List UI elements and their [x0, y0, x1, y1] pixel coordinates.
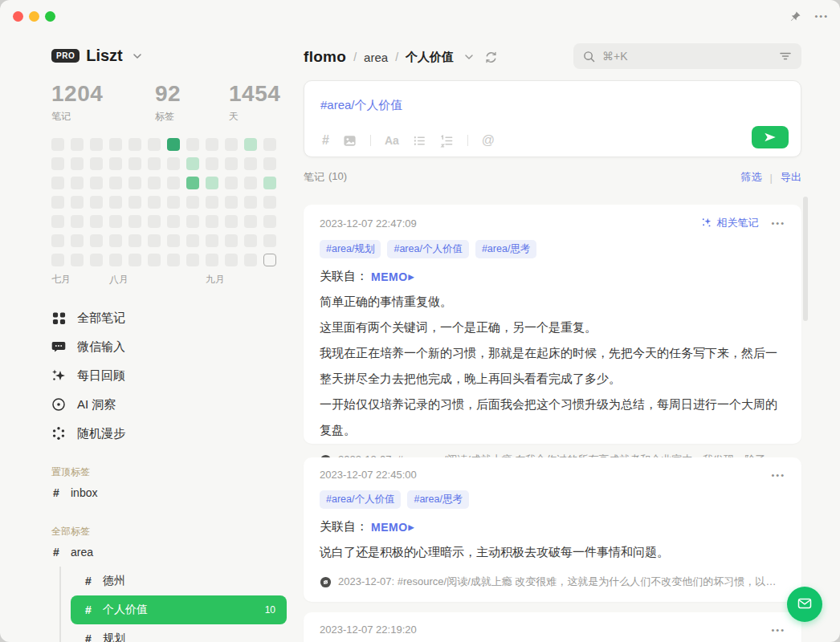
- heatmap-cell[interactable]: [71, 234, 84, 247]
- mention-icon[interactable]: @: [482, 133, 495, 148]
- heatmap-cell[interactable]: [109, 234, 122, 247]
- note-tag-pill[interactable]: #area/个人价值: [387, 240, 468, 258]
- heatmap-cell[interactable]: [225, 157, 238, 170]
- heatmap-cell[interactable]: [128, 138, 141, 151]
- sidebar-item-每日回顾[interactable]: 每日回顾: [51, 361, 292, 390]
- format-icon[interactable]: Aa: [385, 134, 399, 147]
- note-more-icon[interactable]: •••: [771, 218, 785, 228]
- heatmap-cell[interactable]: [90, 177, 103, 189]
- heatmap-cell[interactable]: [244, 177, 257, 189]
- heatmap-cell[interactable]: [206, 196, 218, 209]
- tag-item-德州[interactable]: #德州: [71, 567, 287, 595]
- heatmap-cell[interactable]: [167, 215, 180, 228]
- heatmap-cell[interactable]: [148, 254, 161, 266]
- heatmap-cell[interactable]: [206, 177, 218, 189]
- image-icon[interactable]: [343, 134, 357, 148]
- heatmap-cell[interactable]: [128, 157, 141, 170]
- heatmap-cell[interactable]: [51, 177, 64, 189]
- heatmap-cell[interactable]: [225, 215, 238, 228]
- feedback-fab[interactable]: [787, 587, 822, 622]
- heatmap-cell[interactable]: [244, 157, 257, 170]
- heatmap-cell[interactable]: [71, 157, 84, 170]
- heatmap-cell[interactable]: [90, 234, 103, 247]
- heatmap-cell[interactable]: [225, 138, 238, 151]
- heatmap-cell[interactable]: [167, 234, 180, 247]
- note-tag-pill[interactable]: #area/思考: [407, 490, 468, 509]
- sidebar-item-全部笔记[interactable]: 全部笔记: [51, 303, 292, 332]
- heatmap-cell[interactable]: [51, 157, 64, 170]
- heatmap-cell[interactable]: [206, 234, 218, 247]
- heatmap-cell[interactable]: [244, 234, 257, 247]
- memo-link[interactable]: MEMO▶: [371, 270, 414, 283]
- heatmap-cell[interactable]: [90, 157, 103, 170]
- backlink-row[interactable]: 2023-12-07: #resource/阅读/成就上瘾 改变很难，这就是为什…: [320, 575, 785, 589]
- heatmap-cell[interactable]: [244, 254, 257, 266]
- heatmap-cell[interactable]: [148, 138, 161, 151]
- heatmap-cell[interactable]: [186, 138, 199, 151]
- heatmap-cell[interactable]: [71, 177, 84, 189]
- heatmap-cell[interactable]: [186, 196, 199, 209]
- scrollbar-thumb[interactable]: [803, 197, 808, 321]
- heatmap-cell[interactable]: [186, 157, 199, 170]
- heatmap-cell[interactable]: [109, 215, 122, 228]
- unordered-list-icon[interactable]: [413, 134, 426, 148]
- close-button[interactable]: [13, 11, 23, 22]
- heatmap-cell[interactable]: [225, 234, 238, 247]
- tag-item-个人价值[interactable]: #个人价值10: [71, 595, 287, 624]
- note-tag-pill[interactable]: #area/个人价值: [320, 490, 401, 509]
- heatmap-cell[interactable]: [109, 196, 122, 209]
- heatmap-cell[interactable]: [51, 254, 64, 266]
- heatmap-cell[interactable]: [186, 254, 199, 266]
- note-composer[interactable]: #area/个人价值 #Aa@: [304, 80, 801, 157]
- heatmap-cell[interactable]: [148, 177, 161, 189]
- heatmap-cell[interactable]: [71, 196, 84, 209]
- send-button[interactable]: [752, 126, 789, 148]
- composer-text[interactable]: #area/个人价值: [320, 98, 403, 113]
- heatmap-cell[interactable]: [206, 138, 218, 151]
- sidebar-item-随机漫步[interactable]: 随机漫步: [51, 419, 292, 448]
- heatmap-cell[interactable]: [263, 234, 276, 247]
- heatmap-cell[interactable]: [51, 196, 64, 209]
- heatmap-cell[interactable]: [167, 196, 180, 209]
- heatmap-cell[interactable]: [206, 215, 218, 228]
- heatmap-cell[interactable]: [225, 196, 238, 209]
- heatmap-cell[interactable]: [206, 254, 218, 266]
- heatmap-cell[interactable]: [148, 196, 161, 209]
- heatmap-cell[interactable]: [263, 157, 276, 170]
- heatmap-cell[interactable]: [90, 196, 103, 209]
- heatmap-cell[interactable]: [167, 157, 180, 170]
- tag-item-area[interactable]: #area: [51, 538, 292, 567]
- heatmap-cell[interactable]: [206, 157, 218, 170]
- heatmap-cell[interactable]: [148, 157, 161, 170]
- related-notes-button[interactable]: 相关笔记: [701, 216, 758, 230]
- heatmap-cell[interactable]: [225, 254, 238, 266]
- flomo-logo[interactable]: flomo: [304, 48, 346, 66]
- heatmap-cell[interactable]: [186, 215, 199, 228]
- heatmap-cell[interactable]: [128, 234, 141, 247]
- heatmap-cell[interactable]: [90, 138, 103, 151]
- heatmap-cell[interactable]: [167, 177, 180, 189]
- heatmap-cell[interactable]: [263, 177, 276, 189]
- refresh-icon[interactable]: [484, 51, 498, 64]
- heatmap-cell[interactable]: [128, 177, 141, 189]
- tag-item-规划[interactable]: #规划: [71, 624, 287, 642]
- heatmap-cell[interactable]: [109, 177, 122, 189]
- heatmap-cell[interactable]: [109, 254, 122, 266]
- filter-icon[interactable]: [779, 50, 792, 63]
- profile-row[interactable]: PRO Liszt: [51, 47, 292, 65]
- heatmap-cell[interactable]: [109, 138, 122, 151]
- breadcrumb-current-tag[interactable]: 个人价值: [406, 50, 454, 65]
- breadcrumb-area[interactable]: area: [364, 51, 388, 64]
- heatmap-cell[interactable]: [71, 138, 84, 151]
- note-more-icon[interactable]: •••: [771, 625, 785, 635]
- chevron-down-icon[interactable]: [463, 51, 475, 63]
- heatmap-cell-today[interactable]: [263, 254, 276, 266]
- heatmap-cell[interactable]: [186, 234, 199, 247]
- minimize-button[interactable]: [29, 11, 39, 22]
- heatmap-cell[interactable]: [128, 196, 141, 209]
- heatmap-cell[interactable]: [90, 254, 103, 266]
- heatmap-cell[interactable]: [225, 177, 238, 189]
- filter-link[interactable]: 筛选: [741, 170, 762, 185]
- heatmap-cell[interactable]: [128, 215, 141, 228]
- heatmap-cell[interactable]: [109, 157, 122, 170]
